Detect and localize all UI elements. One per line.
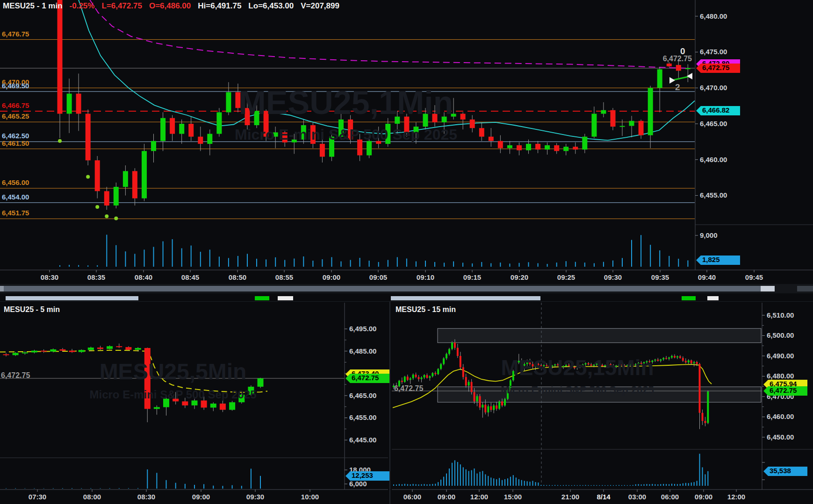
scrollbar-right-segment[interactable]	[797, 286, 813, 291]
svg-text:03:00: 03:00	[628, 493, 646, 501]
trade-marker-2-label: 2	[675, 82, 680, 92]
badge-volume-5min: 12,253	[345, 471, 389, 481]
session-strip-segment	[707, 296, 719, 300]
open-label: O=6,486.00	[149, 1, 191, 11]
badge-last-price-15min: 6,472.75	[763, 386, 807, 396]
last-price-label-5min: 6,472.75	[1, 371, 30, 380]
panel-divider-horizontal	[0, 301, 813, 302]
high-label: Hi=6,491.75	[198, 1, 241, 11]
badge-last-price-1min: 6,472.75	[696, 64, 740, 73]
svg-text:09:00: 09:00	[438, 493, 455, 501]
svg-text:06:00: 06:00	[661, 493, 679, 501]
last-label: L=6,472.75	[101, 1, 142, 11]
svg-text:6,510.00: 6,510.00	[767, 311, 794, 319]
change-pct-label: -0.25%	[70, 1, 95, 11]
scrollbar-thumb[interactable]	[4, 286, 761, 291]
svg-text:09:00: 09:00	[695, 493, 712, 501]
svg-text:6,500.00: 6,500.00	[767, 331, 794, 339]
session-strip-segment	[255, 296, 269, 300]
panel-title-5min: MESU25 - 5 min	[4, 305, 60, 314]
trade-marker-0-label: 0	[680, 46, 685, 57]
svg-text:8/14: 8/14	[597, 493, 611, 501]
svg-text:6,460.00: 6,460.00	[767, 412, 794, 420]
chart-header-1min: MESU25 - 1 min -0.25% L=6,472.75 O=6,486…	[3, 1, 339, 11]
panel-title-15min: MESU25 - 15 min	[396, 305, 456, 314]
badge-volume-1min: 1,825	[696, 256, 740, 265]
svg-text:6,490.00: 6,490.00	[767, 352, 794, 360]
horizontal-scrollbar[interactable]	[0, 284, 813, 293]
svg-text:6,480.00: 6,480.00	[767, 372, 794, 380]
symbol-label: MESU25 - 1 min	[3, 1, 63, 11]
trading-workspace: 6,476.756,470.006,469.506,466.756,465.25…	[0, 0, 813, 504]
volume-label: V=207,899	[301, 1, 339, 11]
session-strip-segment	[278, 296, 293, 300]
session-strip-segment	[682, 296, 696, 300]
svg-text:12:00: 12:00	[727, 493, 745, 501]
svg-text:12:00: 12:00	[470, 493, 488, 501]
svg-text:15:00: 15:00	[504, 493, 522, 501]
badge-ma-cyan-1min: 6,466.82	[696, 106, 740, 115]
low-label: Lo=6,453.00	[248, 1, 294, 11]
price-chart-canvas-15min[interactable]: 6,510.006,500.006,490.006,480.006,470.00…	[0, 0, 813, 504]
scrollbar-left-cap[interactable]	[0, 286, 4, 291]
badge-last-price-5min: 6,472.75	[345, 374, 389, 383]
panel-divider-vertical	[389, 302, 390, 504]
svg-text:21:00: 21:00	[561, 493, 579, 501]
last-price-label-15min: 6,472.75	[394, 384, 423, 393]
svg-text:06:00: 06:00	[403, 493, 421, 501]
scrollbar-handle[interactable]	[761, 286, 775, 291]
session-strip-segment	[391, 296, 540, 300]
badge-volume-15min: 35,538	[763, 467, 807, 476]
session-strip-segment	[6, 296, 138, 300]
svg-text:6,450.00: 6,450.00	[767, 433, 794, 441]
